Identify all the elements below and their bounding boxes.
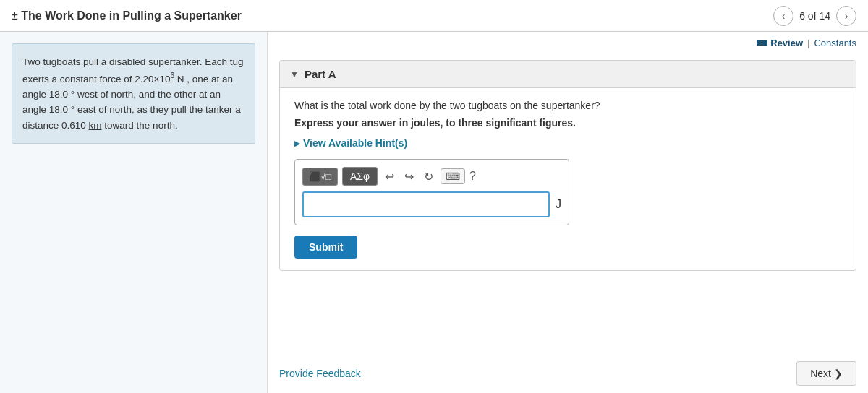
- separator: |: [807, 38, 809, 48]
- answer-container: ⬛√□ ΑΣφ ↩ ↪ ↻ ⌨ ? J: [294, 159, 569, 225]
- page-indicator: 6 of 14: [799, 10, 830, 22]
- collapse-arrow-icon: ▼: [290, 69, 299, 79]
- footer: Provide Feedback Next ❯: [268, 354, 868, 393]
- redo-button[interactable]: ↪: [401, 168, 417, 185]
- refresh-button[interactable]: ↻: [421, 168, 436, 185]
- left-panel: Two tugboats pull a disabled supertanker…: [0, 32, 268, 393]
- right-panel: Review | Constants ▼ Part A What is the …: [268, 32, 868, 393]
- next-button[interactable]: Next ❯: [796, 361, 856, 386]
- prev-button[interactable]: ‹: [773, 6, 793, 26]
- nav-controls: ‹ 6 of 14 ›: [773, 6, 856, 26]
- feedback-link[interactable]: Provide Feedback: [279, 368, 361, 379]
- part-a-section: ▼ Part A What is the total work done by …: [279, 60, 856, 271]
- part-a-label: Part A: [305, 68, 336, 80]
- review-bar: Review | Constants: [268, 32, 868, 54]
- review-link[interactable]: Review: [757, 38, 803, 48]
- help-icon[interactable]: ?: [469, 170, 476, 183]
- format-button[interactable]: ⬛√□: [302, 168, 338, 186]
- next-nav-button[interactable]: ›: [836, 6, 856, 26]
- symbol-button[interactable]: ΑΣφ: [342, 167, 378, 186]
- main-content: Two tugboats pull a disabled supertanker…: [0, 32, 868, 393]
- constants-link[interactable]: Constants: [814, 38, 856, 48]
- review-icon: [757, 40, 767, 46]
- header: ± The Work Done in Pulling a Supertanker…: [0, 0, 868, 32]
- toolbar: ⬛√□ ΑΣφ ↩ ↪ ↻ ⌨ ?: [302, 167, 561, 186]
- hint-link[interactable]: ▶ View Available Hint(s): [294, 137, 841, 149]
- unit-label: J: [556, 198, 561, 211]
- page-title: ± The Work Done in Pulling a Supertanker: [12, 9, 242, 22]
- keyboard-icon[interactable]: ⌨: [441, 168, 465, 184]
- question-text: What is the total work done by the two t…: [294, 100, 841, 111]
- problem-text: Two tugboats pull a disabled supertanker…: [12, 43, 255, 144]
- submit-button[interactable]: Submit: [294, 236, 357, 259]
- instruction-text: Express your answer in joules, to three …: [294, 117, 841, 129]
- hint-arrow-icon: ▶: [294, 139, 300, 147]
- undo-button[interactable]: ↩: [382, 168, 397, 185]
- part-a-header[interactable]: ▼ Part A: [280, 61, 856, 88]
- input-row: J: [302, 191, 561, 217]
- answer-input[interactable]: [302, 191, 550, 217]
- plus-minus-icon: ±: [12, 9, 21, 22]
- part-a-body: What is the total work done by the two t…: [280, 88, 856, 270]
